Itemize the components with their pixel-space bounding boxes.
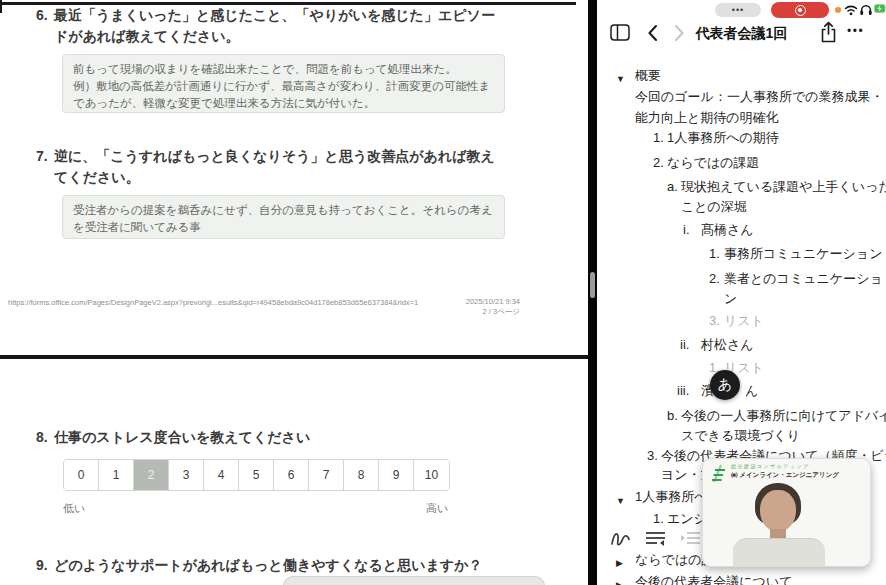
split-view-divider	[588, 0, 597, 585]
outline-item[interactable]: ならではの課題	[667, 155, 760, 171]
answer-q6-line2: 例）敷地の高低差が計画通りに行かず、最高高さが変わり、計画変更の可能性ま	[73, 78, 494, 95]
question-9-number: 9.	[36, 555, 48, 576]
page-break-rule	[0, 355, 588, 359]
share-button[interactable]	[820, 21, 837, 43]
headphones-icon	[860, 4, 872, 16]
outline-item-marker: 1.	[653, 130, 664, 146]
answer-box-q7: 受注者からの提案を鵜呑みにせず、自分の意見も持っておくこと。それらの考え を受注…	[62, 195, 505, 239]
scale-option-2-selected: 2	[134, 460, 169, 490]
outline-heading[interactable]: 概要	[635, 68, 661, 84]
outline-placeholder[interactable]: リスト	[724, 313, 764, 329]
note-title: 代表者会議1回	[597, 25, 886, 43]
disclosure-triangle-open[interactable]: ▼	[616, 493, 625, 509]
company-tagline: 総合建設コンサルティング	[731, 463, 810, 469]
rating-scale: 0 1 2 3 4 5 6 7 8 9 10	[63, 459, 450, 491]
scale-option-8: 8	[344, 460, 379, 490]
outline-item-marker: 2.	[709, 271, 720, 287]
question-6-number: 6.	[36, 5, 48, 26]
outline-item-marker: 2.	[653, 155, 664, 171]
scale-option-1: 1	[99, 460, 134, 490]
indent-icon[interactable]	[680, 530, 702, 546]
outline-item[interactable]: 村松さん	[701, 337, 754, 353]
ime-input-mode-badge: あ	[710, 370, 740, 400]
participant-face	[760, 490, 796, 532]
answer-q7-line1: 受注者からの提案を鵜呑みにせず、自分の意見も持っておくこと。それらの考え	[73, 202, 494, 219]
page-footer-url: https://forms.office.com/Pages/DesignPag…	[8, 298, 418, 307]
outline-item[interactable]: 現状抱えている課題や上手くいった	[681, 179, 886, 195]
question-8-number: 8.	[36, 427, 48, 448]
outline-item-marker: 3.	[647, 448, 658, 464]
scale-high-label: 高い	[426, 501, 448, 516]
form-pdf-page: 6. 最近「うまくいった」と感じたこと、「やりがいを感じた」エピソー ドがあれば…	[0, 0, 588, 585]
outline-item-marker: iii.	[677, 383, 689, 399]
outline-item-cont[interactable]: ン	[724, 291, 737, 307]
outline-heading[interactable]: 今後の代表者会議について	[635, 574, 793, 585]
outline-item-marker: ii.	[680, 337, 689, 353]
outline-item-marker: 1.	[709, 246, 720, 262]
scale-option-4: 4	[204, 460, 239, 490]
question-7-line2: てください。	[54, 167, 140, 188]
scale-option-9: 9	[379, 460, 414, 490]
format-toolbar	[597, 526, 719, 550]
outline-item-marker: 1.	[653, 511, 664, 527]
page-footer-pagenum: 2 / 3ページ	[483, 307, 520, 317]
disclosure-triangle-collapsed[interactable]: ▶	[616, 555, 623, 571]
answer-q7-line2: を受注者に聞いてみる事	[73, 219, 494, 236]
answer-q6-line3: であったが、軽微な変更で処理出来る方法に気が付いた。	[73, 95, 494, 112]
pip-video-overlay[interactable]: 総合建設コンサルティング ㈱ メインライン・エンジニアリング	[702, 458, 871, 567]
scale-option-5: 5	[239, 460, 274, 490]
recording-indicator-pill[interactable]	[771, 2, 829, 18]
outline-item-cont[interactable]: スできる環境づくり	[681, 428, 800, 444]
page-top-tick	[0, 0, 2, 13]
company-name: ㈱ メインライン・エンジニアリング	[731, 471, 839, 480]
outline-item-post[interactable]: ん	[745, 383, 758, 399]
page-footer-datetime: 2025/10/21 9:34	[466, 297, 520, 306]
outline-item[interactable]: 業者とのコミュニケーショ	[724, 271, 883, 287]
split-drag-handle[interactable]	[590, 272, 595, 298]
scale-option-10: 10	[414, 460, 449, 490]
status-dots-pill[interactable]: •••	[715, 3, 761, 17]
outline-item-cont[interactable]: ことの深堀	[681, 199, 747, 215]
answer-box-q6: 前もって現場の収まりを確認出来たことで、問題を前もって処理出来た。 例）敷地の高…	[62, 54, 505, 113]
outline-item-marker: 3.	[709, 313, 720, 329]
company-logo-icon	[709, 463, 729, 485]
disclosure-triangle-open[interactable]: ▼	[616, 71, 625, 87]
scale-option-3: 3	[169, 460, 204, 490]
disclosure-triangle-collapsed[interactable]: ▶	[616, 577, 623, 585]
outline-item-marker: b.	[667, 408, 678, 424]
question-8-text: 仕事のストレス度合いを教えてください	[54, 427, 310, 448]
answer-q6-line1: 前もって現場の収まりを確認出来たことで、問題を前もって処理出来た。	[73, 61, 494, 78]
split-screen: 6. 最近「うまくいった」と感じたこと、「やりがいを感じた」エピソー ドがあれば…	[0, 0, 886, 585]
wifi-icon	[844, 4, 858, 16]
question-7-line1: 逆に、「こうすればもっと良くなりそう」と思う改善点があれば教え	[54, 146, 495, 167]
question-7-number: 7.	[36, 146, 48, 167]
battery-charging-icon	[874, 4, 886, 13]
outline-item-marker: i.	[683, 222, 690, 238]
scribble-icon[interactable]	[609, 529, 632, 548]
scale-option-6: 6	[274, 460, 309, 490]
status-dots: •••	[732, 5, 744, 15]
question-6-line2: ドがあれば教えてください。	[54, 26, 240, 47]
list-format-icon[interactable]	[645, 530, 667, 546]
question-6-line1: 最近「うまくいった」と感じたこと、「やりがいを感じた」エピソー	[54, 5, 495, 26]
outline-item-marker: a.	[667, 179, 678, 195]
outline-item[interactable]: 髙橋さん	[701, 222, 754, 238]
outline-item[interactable]: 1人事務所への期待	[667, 130, 779, 146]
outline-goal-line2[interactable]: 能力向上と期待の明確化	[635, 110, 779, 126]
outline-goal-line1[interactable]: 今回のゴール：一人事務所での業務成果・	[635, 89, 884, 105]
outline-item[interactable]: 事務所コミュニケーション	[724, 246, 882, 262]
notes-panel: ••• 代表者会議1回	[597, 0, 886, 585]
participant-shirt	[733, 538, 825, 567]
mic-in-use-dot	[835, 7, 841, 13]
record-icon	[795, 5, 806, 16]
scale-option-7: 7	[309, 460, 344, 490]
scale-low-label: 低い	[63, 501, 85, 516]
outline-item[interactable]: 今後の一人事務所に向けてアドバイ	[681, 408, 886, 424]
more-button[interactable]: •••	[847, 24, 864, 38]
scale-option-0: 0	[64, 460, 99, 490]
answer-box-q9-partial	[283, 576, 545, 585]
question-9-text: どのようなサポートがあればもっと働きやすくなると思いますか？	[54, 555, 483, 576]
